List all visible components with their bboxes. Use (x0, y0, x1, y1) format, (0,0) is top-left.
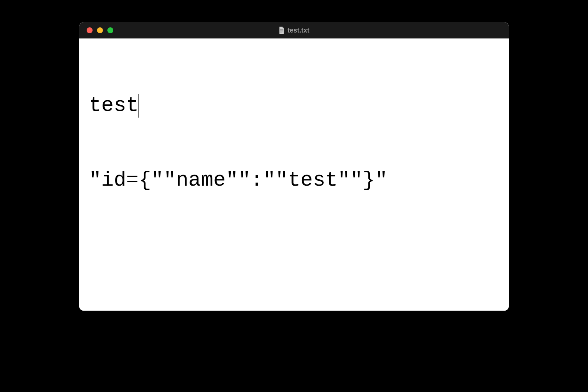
text-cursor (138, 94, 139, 118)
text-line-1: test (89, 93, 499, 118)
svg-rect-2 (280, 31, 283, 31)
maximize-button[interactable] (107, 27, 113, 33)
svg-rect-1 (280, 30, 283, 31)
svg-rect-3 (280, 32, 282, 33)
app-window: test.txt test "id={""name"":""test""}" (79, 22, 509, 311)
window-title: test.txt (287, 27, 309, 34)
document-icon (278, 27, 284, 34)
titlebar[interactable]: test.txt (79, 22, 509, 38)
svg-rect-0 (280, 29, 283, 30)
text-editor-area[interactable]: test "id={""name"":""test""}" (79, 38, 509, 311)
text-line-2: "id={""name"":""test""}" (89, 168, 499, 193)
text-line-1-content: test (89, 94, 138, 117)
minimize-button[interactable] (97, 27, 103, 33)
close-button[interactable] (87, 27, 93, 33)
traffic-lights (79, 27, 113, 33)
window-title-group: test.txt (278, 27, 309, 34)
